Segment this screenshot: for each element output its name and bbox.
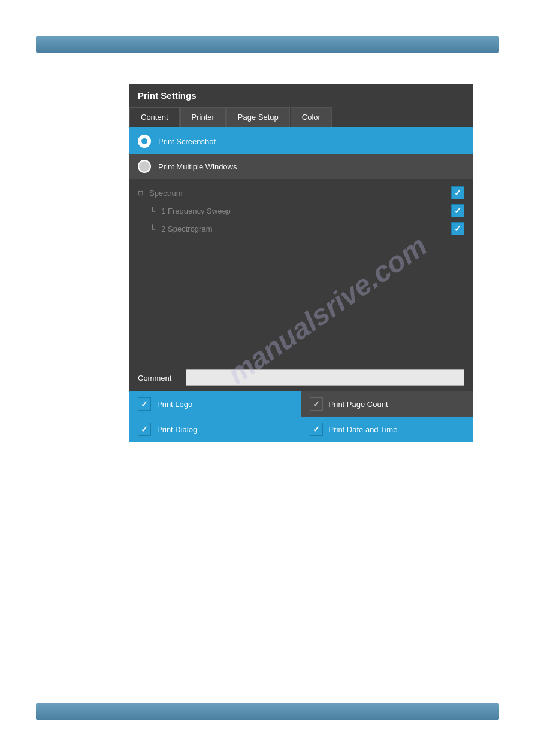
checkbox-print-page-count[interactable]: ✓ Print Page Count: [301, 391, 473, 417]
radio-icon-screenshot: [138, 135, 151, 148]
tree-root-spectrum[interactable]: ⊟ Spectrum ✓: [138, 184, 464, 202]
content-area: Print Screenshot Print Multiple Windows …: [129, 129, 473, 442]
checkmark-icon-freq: ✓: [454, 206, 461, 215]
radio-screenshot-label: Print Screenshot: [158, 137, 216, 146]
print-page-count-checkbox-icon: ✓: [310, 397, 323, 411]
bottom-bar: [36, 703, 499, 720]
tree-root-checkbox[interactable]: ✓: [451, 186, 464, 199]
checkbox-print-dialog[interactable]: ✓ Print Dialog: [129, 417, 301, 442]
tree-children: └ 1 Frequency Sweep ✓ └ 2 Spectrogram ✓: [150, 202, 464, 238]
tree-child-spec-checkbox[interactable]: ✓: [451, 222, 464, 235]
print-settings-dialog: Print Settings Content Printer Page Setu…: [129, 84, 473, 442]
tree-root-text: Spectrum: [149, 189, 183, 198]
tree-child-spec-text: 2 Spectrogram: [161, 224, 212, 233]
checkmark-page-count: ✓: [313, 399, 320, 409]
tree-line-icon2: └: [150, 224, 155, 233]
bottom-checkboxes: ✓ Print Logo ✓ Print Page Count ✓ Print …: [129, 391, 473, 442]
print-page-count-label: Print Page Count: [329, 400, 388, 409]
tab-content[interactable]: Content: [129, 107, 180, 127]
top-bar: [36, 36, 499, 53]
tree-child-freq-checkbox[interactable]: ✓: [451, 204, 464, 217]
tab-printer[interactable]: Printer: [180, 107, 226, 127]
checkbox-print-date-time[interactable]: ✓ Print Date and Time: [301, 417, 473, 442]
tree-child-spec-label: └ 2 Spectrogram: [150, 224, 212, 233]
checkmark-logo: ✓: [141, 399, 148, 409]
checkmark-icon: ✓: [454, 188, 461, 198]
checkmark-icon-spec: ✓: [454, 224, 461, 233]
print-date-time-label: Print Date and Time: [329, 425, 398, 434]
tree-expand-icon: ⊟: [138, 189, 143, 197]
radio-multiple-label: Print Multiple Windows: [158, 162, 237, 171]
tree-child-frequency[interactable]: └ 1 Frequency Sweep ✓: [150, 202, 464, 220]
tree-area: ⊟ Spectrum ✓ └ 1 Frequency Sweep ✓: [129, 179, 473, 365]
tree-child-freq-label: └ 1 Frequency Sweep: [150, 207, 231, 215]
radio-print-screenshot[interactable]: Print Screenshot: [129, 129, 473, 154]
checkmark-date-time: ✓: [313, 424, 320, 434]
print-date-time-checkbox-icon: ✓: [310, 423, 323, 436]
print-logo-checkbox-icon: ✓: [138, 397, 151, 411]
tree-child-freq-text: 1 Frequency Sweep: [161, 207, 231, 215]
tree-root-label: ⊟ Spectrum: [138, 189, 183, 198]
tab-color[interactable]: Color: [291, 107, 332, 127]
radio-print-multiple[interactable]: Print Multiple Windows: [129, 154, 473, 179]
radio-icon-multiple: [138, 160, 151, 173]
print-dialog-label: Print Dialog: [157, 425, 197, 434]
comment-input[interactable]: [186, 369, 464, 386]
tab-page-setup[interactable]: Page Setup: [226, 107, 290, 127]
comment-row: Comment: [129, 365, 473, 391]
print-dialog-checkbox-icon: ✓: [138, 423, 151, 436]
checkmark-dialog: ✓: [141, 424, 148, 434]
tabs-bar: Content Printer Page Setup Color: [129, 107, 473, 129]
checkbox-print-logo[interactable]: ✓ Print Logo: [129, 391, 301, 417]
comment-label: Comment: [138, 374, 180, 382]
print-logo-label: Print Logo: [157, 400, 192, 409]
dialog-title: Print Settings: [129, 84, 473, 107]
tree-line-icon: └: [150, 207, 155, 215]
tree-child-spectrogram[interactable]: └ 2 Spectrogram ✓: [150, 220, 464, 238]
